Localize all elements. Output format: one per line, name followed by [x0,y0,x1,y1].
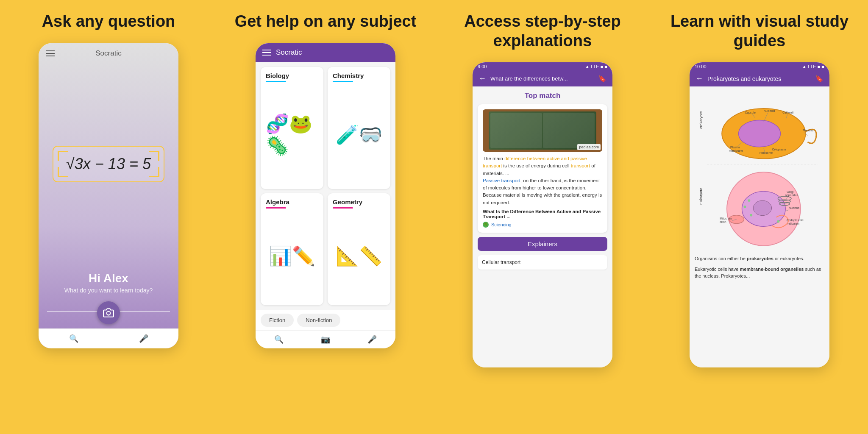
phone3-content: Top match pediaa.com The main difference… [473,86,612,367]
prokaryote-eukaryote-svg: Prokaryote Eukaryote Capsule Nucleoid [695,91,824,252]
section-visual-title: Learn with visual study guides [659,12,860,50]
camera-icon-2[interactable]: 📷 [321,335,330,344]
sciencing-row: 🌿 Sciencing [483,222,602,228]
svg-text:apparatus: apparatus [785,194,798,197]
status-time-3: 9:00 [478,64,487,69]
svg-point-29 [750,214,752,217]
mic-icon-2[interactable]: 🎤 [367,335,377,344]
subject-chemistry-title: Chemistry [333,72,385,79]
svg-point-0 [107,311,111,315]
svg-point-4 [739,120,781,147]
subject-algebra-title: Algebra [266,198,318,206]
svg-text:Flagellum: Flagellum [803,129,815,132]
study-text-1: Organisms can either be prokaryotes or e… [695,255,824,262]
subject-geometry-title: Geometry [333,198,385,206]
alg-underline [266,207,286,209]
phone2-topbar: Socratic [256,43,395,62]
chem-img: 🧪🥽 [333,86,385,184]
subject-card-geometry[interactable]: Geometry 📐📏 [328,193,390,305]
camera-icon [103,307,114,318]
status-icons-4: ▲ LTE ■ ■ [802,64,824,69]
svg-text:reticulum: reticulum [787,223,799,225]
svg-text:Plasma: Plasma [730,146,740,149]
section-help: Get help on any subject Socratic Biology… [217,0,434,434]
search-icon-2[interactable]: 🔍 [274,335,284,344]
svg-point-30 [777,220,779,223]
phone4-content: Prokaryote Eukaryote Capsule Nucleoid [690,86,829,367]
explainers-label: Explainers [478,237,607,251]
svg-text:Cell wall: Cell wall [782,111,793,114]
phone1-app-title: Socratic [95,49,121,58]
subject-biology-title: Biology [266,72,318,79]
phone4-topbar: ← Prokaryotes and eukaryotes 🔖 [690,71,829,86]
phone2-body: Socratic Biology 🧬🐸🦠 Chemistry 🧪🥽 [256,43,395,348]
phone1-body: Socratic √3x − 13 = 5 Hi Alex What do yo… [39,43,178,348]
cellular-text: Cellular transport [482,259,520,265]
geo-emoji: 📐📏 [336,245,382,267]
phone-explanations: 9:00 ▲ LTE ■ ■ ← What are the difference… [473,62,612,367]
nonfiction-chip[interactable]: Non-fiction [297,314,340,327]
result-col-1 [490,113,542,148]
result-card: pediaa.com The main difference between a… [478,104,607,233]
svg-point-22 [753,200,771,216]
subject-card-algebra[interactable]: Algebra 📊✏️ [261,193,323,305]
section-visual: Learn with visual study guides 10:00 ▲ L… [651,0,868,434]
phone1-topbar: Socratic [39,43,178,61]
svg-point-27 [748,199,750,202]
fiction-chip[interactable]: Fiction [261,314,294,327]
bookmark-icon-3[interactable]: 🔖 [598,75,606,83]
bookmark-icon-4[interactable]: 🔖 [815,75,823,83]
section-ask: Ask any question Socratic √3x − 13 = 5 [0,0,217,434]
svg-text:Prokaryote: Prokaryote [699,111,703,129]
camera-button[interactable] [97,301,120,324]
greeting-area: Hi Alex What do you want to learn today? [39,267,178,294]
subject-card-chemistry[interactable]: Chemistry 🧪🥽 [328,67,390,189]
svg-text:Capsule: Capsule [745,111,755,114]
subject-card-biology[interactable]: Biology 🧬🐸🦠 [261,67,323,189]
section-help-title: Get help on any subject [235,12,417,31]
formula-area: √3x − 13 = 5 [39,61,178,267]
svg-text:Nucleus: Nucleus [789,206,799,209]
svg-text:Eukaryote: Eukaryote [699,188,703,205]
back-arrow-4[interactable]: ← [696,74,703,83]
svg-text:Cytoplasm: Cytoplasm [772,148,786,151]
phone4-page-title: Prokaryotes and eukaryotes [707,75,811,82]
highlight-cell-transport: transport [571,163,590,168]
chem-underline [333,81,353,82]
svg-text:Golgi: Golgi [787,191,794,194]
geo-underline [333,207,353,209]
phone-help: Socratic Biology 🧬🐸🦠 Chemistry 🧪🥽 [256,43,395,348]
camera-row [39,294,178,328]
svg-text:Mitochon-: Mitochon- [720,217,732,220]
subjects-grid: Biology 🧬🐸🦠 Chemistry 🧪🥽 Algebr [256,62,395,310]
svg-text:drion: drion [720,221,726,224]
hamburger-icon-2[interactable] [262,50,271,56]
mic-icon[interactable]: 🎤 [139,334,148,343]
highlight-passive: Passive transport [483,178,520,183]
greeting-sub: What do you want to learn today? [64,287,153,294]
back-arrow-3[interactable]: ← [479,74,486,83]
bio-underline [266,81,286,82]
phone2-bottom-row: Fiction Non-fiction [256,310,395,330]
svg-text:Endoplasmic: Endoplasmic [787,219,804,223]
sciencing-dot: 🌿 [483,222,489,228]
formula-box: √3x − 13 = 5 [53,146,164,182]
svg-text:Nucleoid: Nucleoid [764,109,775,112]
phone3-question: What are the differences betw... [490,75,594,82]
status-time-4: 10:00 [695,64,707,69]
phone-ask: Socratic √3x − 13 = 5 Hi Alex What do yo… [39,43,178,348]
sciencing-label: Sciencing [491,222,512,227]
cellular-row[interactable]: Cellular transport [478,255,607,270]
pediaa-badge: pediaa.com [577,144,601,150]
svg-text:Ribosome: Ribosome [760,151,773,154]
result-link[interactable]: What Is the Difference Between Active an… [483,209,602,219]
bio-emoji: 🧬🐸🦠 [266,113,318,157]
result-image: pediaa.com [483,109,602,152]
section-explanations-title: Access step-by-step explanations [442,12,643,50]
search-icon[interactable]: 🔍 [69,334,78,343]
hamburger-icon[interactable] [46,50,55,56]
alg-emoji: 📊✏️ [269,245,315,267]
chem-emoji: 🧪🥽 [336,124,382,146]
phone3-status: 9:00 ▲ LTE ■ ■ [473,62,612,71]
section-ask-title: Ask any question [42,12,175,31]
